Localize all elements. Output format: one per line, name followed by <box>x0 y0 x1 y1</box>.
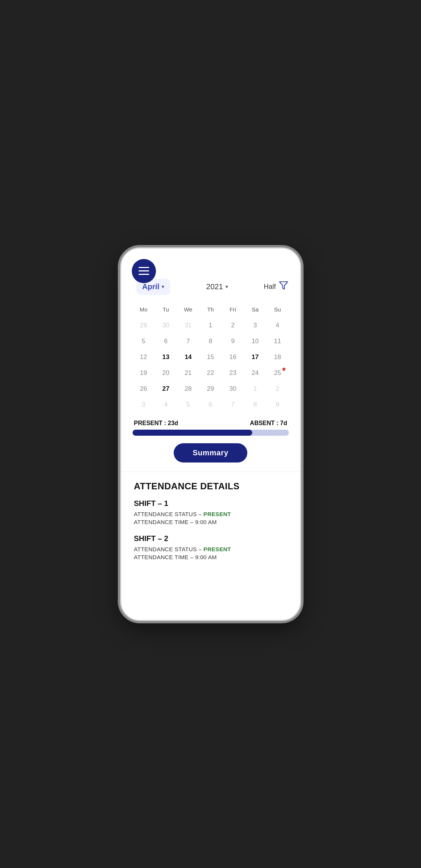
shift-2-block: SHIFT – 2 ATTENDANCE STATUS – PRESENT AT… <box>134 534 287 560</box>
calendar-day-headers: Mo Tu We Th Fri Sa Su <box>133 304 289 315</box>
calendar-cell[interactable]: 15 <box>199 350 222 365</box>
calendar-cell[interactable]: 6 <box>199 397 222 412</box>
calendar-cell[interactable]: 12 <box>133 350 155 365</box>
calendar: Mo Tu We Th Fri Sa Su 293031123456789101… <box>133 304 289 412</box>
calendar-cell[interactable]: 8 <box>199 334 222 349</box>
calendar-cell[interactable]: 4 <box>266 318 288 333</box>
shift-2-status-value: PRESENT <box>204 546 231 552</box>
calendar-cell[interactable]: 2 <box>222 318 244 333</box>
present-stat: PRESENT : 23d <box>134 420 178 427</box>
calendar-cell[interactable]: 13 <box>155 350 177 365</box>
shift-2-time: ATTENDANCE TIME – 9:00 AM <box>134 554 287 560</box>
day-su: Su <box>266 304 288 315</box>
section-divider <box>121 472 300 472</box>
calendar-cell[interactable]: 10 <box>244 334 266 349</box>
svg-marker-0 <box>280 282 288 289</box>
half-filter[interactable]: Half <box>264 281 288 293</box>
calendar-cell[interactable]: 31 <box>177 318 199 333</box>
year-label: 2021 <box>206 282 223 291</box>
calendar-cell[interactable]: 27 <box>155 381 177 396</box>
filter-icon[interactable] <box>279 281 288 293</box>
shift-2-status: ATTENDANCE STATUS – PRESENT <box>134 546 287 552</box>
phone-shell: April ▾ 2021 ▾ Half Mo Tu We <box>120 247 301 621</box>
shift-2-title: SHIFT – 2 <box>134 534 287 543</box>
shift-1-status-label: ATTENDANCE STATUS – <box>134 511 202 517</box>
calendar-body: 2930311234567891011121314151617181920212… <box>133 318 289 412</box>
calendar-cell[interactable]: 5 <box>177 397 199 412</box>
calendar-cell[interactable]: 29 <box>199 381 222 396</box>
calendar-cell[interactable]: 7 <box>177 334 199 349</box>
calendar-cell[interactable]: 4 <box>155 397 177 412</box>
calendar-cell[interactable]: 14 <box>177 350 199 365</box>
menu-button[interactable] <box>132 259 156 283</box>
calendar-cell[interactable]: 1 <box>199 318 222 333</box>
shift-1-status-value: PRESENT <box>204 511 231 517</box>
absent-stat: ABSENT : 7d <box>250 420 287 427</box>
calendar-cell[interactable]: 3 <box>133 397 155 412</box>
shift-2-status-label: ATTENDANCE STATUS – <box>134 546 202 552</box>
calendar-cell[interactable]: 22 <box>199 365 222 381</box>
month-chevron: ▾ <box>162 284 164 290</box>
calendar-cell[interactable]: 24 <box>244 365 266 381</box>
calendar-header: April ▾ 2021 ▾ Half <box>133 279 289 295</box>
calendar-cell[interactable]: 11 <box>266 334 288 349</box>
attendance-details-title: ATTENDANCE DETAILS <box>134 481 287 492</box>
menu-line-2 <box>139 270 149 271</box>
day-mo: Mo <box>133 304 155 315</box>
calendar-cell[interactable]: 28 <box>177 381 199 396</box>
menu-line-1 <box>139 267 149 268</box>
calendar-cell[interactable]: 1 <box>244 381 266 396</box>
progress-bar <box>133 430 289 436</box>
calendar-cell[interactable]: 9 <box>222 334 244 349</box>
calendar-cell[interactable]: 18 <box>266 350 288 365</box>
calendar-cell[interactable]: 5 <box>133 334 155 349</box>
red-dot-indicator <box>282 368 285 371</box>
shift-1-title: SHIFT – 1 <box>134 499 287 508</box>
calendar-cell[interactable]: 2 <box>266 381 288 396</box>
day-tu: Tu <box>155 304 177 315</box>
calendar-cell[interactable]: 19 <box>133 365 155 381</box>
progress-fill <box>133 430 253 436</box>
calendar-cell[interactable]: 29 <box>133 318 155 333</box>
calendar-cell[interactable]: 8 <box>244 397 266 412</box>
half-label: Half <box>264 283 276 291</box>
summary-button[interactable]: Summary <box>174 443 247 463</box>
year-selector[interactable]: 2021 ▾ <box>206 282 228 291</box>
calendar-cell[interactable]: 23 <box>222 365 244 381</box>
stats-row: PRESENT : 23d ABSENT : 7d <box>133 420 289 427</box>
calendar-cell[interactable]: 30 <box>222 381 244 396</box>
calendar-cell[interactable]: 6 <box>155 334 177 349</box>
calendar-cell[interactable]: 3 <box>244 318 266 333</box>
calendar-cell[interactable]: 30 <box>155 318 177 333</box>
day-we: We <box>177 304 199 315</box>
calendar-cell[interactable]: 17 <box>244 350 266 365</box>
calendar-cell[interactable]: 25 <box>266 365 288 381</box>
calendar-cell[interactable]: 7 <box>222 397 244 412</box>
attendance-details: ATTENDANCE DETAILS SHIFT – 1 ATTENDANCE … <box>133 481 289 560</box>
calendar-cell[interactable]: 21 <box>177 365 199 381</box>
year-chevron: ▾ <box>225 284 228 290</box>
phone-content: April ▾ 2021 ▾ Half Mo Tu We <box>121 248 300 584</box>
day-sa: Sa <box>244 304 266 315</box>
shift-1-block: SHIFT – 1 ATTENDANCE STATUS – PRESENT AT… <box>134 499 287 525</box>
calendar-cell[interactable]: 26 <box>133 381 155 396</box>
day-th: Th <box>199 304 222 315</box>
menu-line-3 <box>139 274 149 275</box>
shift-1-time: ATTENDANCE TIME – 9:00 AM <box>134 519 287 525</box>
calendar-cell[interactable]: 16 <box>222 350 244 365</box>
shift-1-status: ATTENDANCE STATUS – PRESENT <box>134 511 287 517</box>
day-fri: Fri <box>222 304 244 315</box>
month-label: April <box>142 282 160 291</box>
calendar-cell[interactable]: 20 <box>155 365 177 381</box>
calendar-cell[interactable]: 9 <box>266 397 288 412</box>
